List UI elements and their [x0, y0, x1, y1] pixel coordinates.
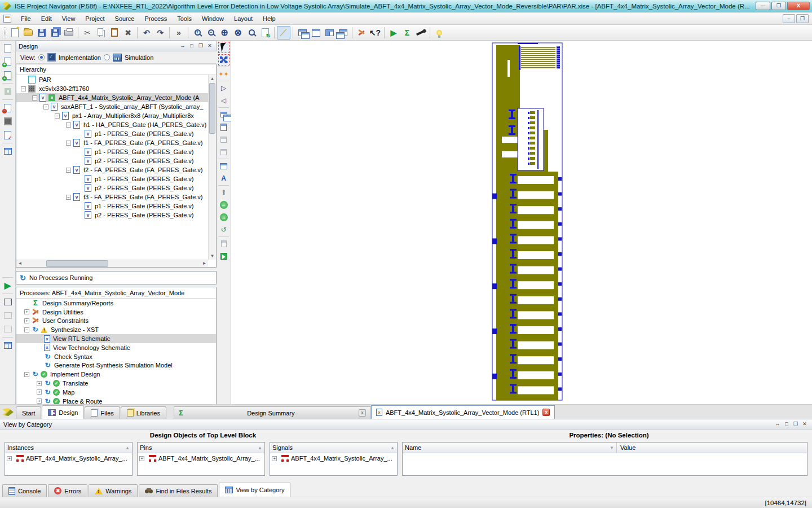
- signals-header[interactable]: Signals ▲: [270, 443, 397, 453]
- menu-project[interactable]: Project: [80, 14, 109, 24]
- add-copy-of-source-icon[interactable]: +: [2, 69, 14, 81]
- tree-expander-icon[interactable]: −: [24, 372, 29, 377]
- simulation-label[interactable]: Simulation: [125, 54, 153, 61]
- refresh-view-icon[interactable]: ↻: [258, 26, 272, 40]
- design-summary-icon[interactable]: Σ: [400, 26, 414, 40]
- hierarchy-item[interactable]: −vABFT_4x4_Matrix_Systolic_Array_Vector_…: [16, 93, 208, 102]
- copy-icon[interactable]: [94, 26, 108, 40]
- process-item[interactable]: +User Constraints: [16, 317, 216, 326]
- tab-files[interactable]: Files: [85, 406, 120, 419]
- tab-start[interactable]: Start: [16, 406, 41, 419]
- schematic-canvas[interactable]: [231, 41, 812, 404]
- hierarchy-item[interactable]: vp1 - PERES_Gate (PERES_Gate.v): [16, 202, 208, 211]
- wrench-icon[interactable]: [355, 26, 368, 40]
- properties-name-column-header[interactable]: Name ▼: [403, 443, 617, 453]
- menu-layout[interactable]: Layout: [229, 14, 258, 24]
- zoom-in-icon[interactable]: +: [191, 26, 204, 40]
- hierarchy-item[interactable]: vp2 - PERES_Gate (PERES_Gate.v): [16, 156, 208, 165]
- hierarchy-item[interactable]: PAR: [16, 75, 208, 84]
- panel-dock-icon[interactable]: ❐: [197, 42, 205, 50]
- lightbulb-icon[interactable]: [433, 26, 446, 40]
- hierarchy-item[interactable]: −vf3 - FA_PERES_Gate (FA_PERES_Gate.v): [16, 192, 208, 202]
- close-button[interactable]: X: [787, 2, 810, 10]
- maximize-button[interactable]: ❐: [771, 2, 786, 10]
- redo-icon[interactable]: ↷: [153, 26, 167, 40]
- tree-expander-icon[interactable]: −: [66, 195, 71, 200]
- instances-header[interactable]: Instances ▲: [5, 443, 132, 453]
- tab-libraries[interactable]: Libraries: [121, 406, 166, 419]
- menu-tools[interactable]: Tools: [172, 14, 197, 24]
- run-process-icon[interactable]: ▶: [387, 26, 400, 40]
- instances-item[interactable]: + ABFT_4x4_Matrix_Systolic_Array_...: [5, 453, 132, 463]
- save-all-icon[interactable]: [48, 26, 62, 40]
- print-icon[interactable]: [62, 26, 76, 40]
- tab-rtl-schematic[interactable]: x ABFT_4x4_Matrix_Systolic_Array_Vector_…: [371, 405, 555, 419]
- remove-source-icon[interactable]: −: [2, 102, 14, 114]
- open-project-icon[interactable]: [21, 26, 35, 40]
- auto-arrange-icon[interactable]: ✦✦: [218, 68, 230, 80]
- process-item[interactable]: +↻✓Map: [16, 388, 216, 397]
- console-tab-console[interactable]: Console: [2, 484, 47, 497]
- zoom-full-view-icon[interactable]: ⊕: [218, 26, 231, 40]
- hierarchy-horizontal-scrollbar[interactable]: ◄ ►: [16, 260, 208, 267]
- back-green-icon[interactable]: ←: [218, 199, 230, 211]
- tree-expander-icon[interactable]: −: [66, 122, 71, 128]
- tree-expander-icon[interactable]: −: [32, 95, 37, 100]
- tree-expander-icon[interactable]: +: [37, 389, 42, 395]
- chip-check-icon[interactable]: [2, 115, 14, 128]
- menu-edit[interactable]: Edit: [36, 14, 57, 24]
- properties-value-column-header[interactable]: Value: [617, 443, 807, 453]
- pan-up-icon[interactable]: ⬆: [218, 187, 230, 198]
- category-dock-icon[interactable]: ❐: [792, 421, 800, 428]
- delete-icon[interactable]: ✖: [121, 26, 135, 40]
- panel-close-icon[interactable]: ✕: [206, 42, 214, 50]
- panel-detach-icon[interactable]: ↔: [179, 42, 187, 50]
- cut-icon[interactable]: ✂: [81, 26, 94, 40]
- process-item[interactable]: xView Technology Schematic: [16, 343, 216, 352]
- document-restore-icon[interactable]: [3, 15, 11, 23]
- hierarchy-item[interactable]: −vsaxABFT_1 - Systolic_array_ABFT (Systo…: [16, 102, 208, 111]
- category-close-icon[interactable]: ✕: [801, 421, 809, 428]
- mdi-restore-button[interactable]: ❐: [796, 14, 809, 23]
- tree-expander-icon[interactable]: +: [37, 381, 42, 386]
- hierarchy-item[interactable]: vp2 - PERES_Gate (PERES_Gate.v): [16, 183, 208, 192]
- console-tab-view-by-category[interactable]: View by Category: [219, 483, 290, 497]
- tile-vertical-icon[interactable]: [323, 26, 336, 40]
- paste-icon[interactable]: [108, 26, 121, 40]
- tab-design[interactable]: Design: [42, 405, 84, 419]
- menu-file[interactable]: File: [16, 14, 36, 24]
- minimize-button[interactable]: —: [756, 2, 770, 10]
- menu-window[interactable]: Window: [197, 14, 229, 24]
- forward-icon[interactable]: ▷: [218, 82, 230, 94]
- tree-expander-icon[interactable]: +: [24, 309, 29, 314]
- rtl-schematic-drawing[interactable]: [485, 41, 570, 404]
- tree-expander-icon[interactable]: −: [55, 113, 60, 119]
- implementation-radio[interactable]: [38, 54, 45, 60]
- process-item[interactable]: ↻Check Syntax: [16, 352, 216, 361]
- console-tab-warnings[interactable]: Warnings: [89, 484, 138, 497]
- pins-item[interactable]: + ABFT_4x4_Matrix_Systolic_Array_...: [138, 453, 264, 463]
- process-item[interactable]: ↻Generate Post-Synthesis Simulation Mode…: [16, 361, 216, 370]
- design-summary-close-icon[interactable]: x: [359, 409, 366, 417]
- hierarchy-item[interactable]: −vh1 - HA_PERES_Gate (HA_PERES_Gate.v): [16, 120, 208, 129]
- save-icon[interactable]: [35, 26, 48, 40]
- zoom-selection-icon[interactable]: [245, 26, 258, 40]
- menu-process[interactable]: Process: [139, 14, 172, 24]
- hierarchy-item[interactable]: vp1 - PERES_Gate (PERES_Gate.v): [16, 129, 208, 138]
- process-item[interactable]: xView RTL Schematic: [16, 334, 216, 343]
- mdi-minimize-button[interactable]: –: [783, 14, 795, 23]
- analyze-icon[interactable]: [414, 26, 427, 40]
- select-cursor-icon[interactable]: [218, 42, 230, 53]
- hierarchy-item[interactable]: vp2 - PERES_Gate (PERES_Gate.v): [16, 211, 208, 220]
- signals-item[interactable]: + ABFT_4x4_Matrix_Systolic_Array_...: [270, 453, 397, 463]
- tree-expander-icon[interactable]: −: [66, 168, 71, 173]
- columns-icon[interactable]: [2, 145, 14, 157]
- hierarchy-item[interactable]: −vf2 - FA_PERES_Gate (FA_PERES_Gate.v): [16, 165, 208, 174]
- new-source-icon[interactable]: [2, 42, 14, 54]
- tree-expander-icon[interactable]: −: [21, 86, 26, 91]
- process-columns-icon[interactable]: [2, 339, 14, 352]
- tree-expander-icon[interactable]: +: [24, 318, 29, 323]
- hierarchy-item[interactable]: −vf1 - FA_PERES_Gate (FA_PERES_Gate.v): [16, 138, 208, 147]
- console-tab-errors[interactable]: ✖Errors: [48, 484, 87, 497]
- world-history-icon[interactable]: ↺: [218, 224, 230, 235]
